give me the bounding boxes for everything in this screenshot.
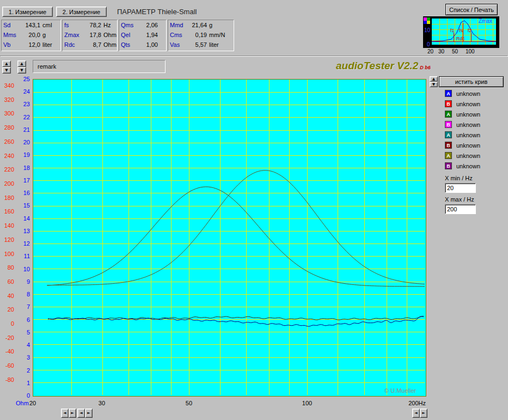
ohm-axis-tick: 20 — [16, 138, 30, 146]
parameter-name: Qts — [119, 41, 138, 48]
ohm-axis-tick: 10 — [16, 265, 30, 273]
parameter-unit: Ohm — [103, 32, 117, 38]
deg-axis-tick: -20 — [1, 334, 14, 342]
legend-label: unknown — [456, 101, 480, 107]
parameter-unit: Ohm — [103, 41, 117, 48]
legend-label: unknown — [456, 90, 480, 97]
spin-right-button[interactable]: ► — [420, 409, 427, 418]
remark-text: remark — [38, 63, 56, 70]
ohm-axis-tick: 3 — [16, 354, 30, 361]
parameter-row: Mms20,0g — [2, 30, 60, 40]
audiotester-window: 1. Измерение 2. Измерение ПАРАМЕТР Thiel… — [0, 0, 508, 420]
parameter-name: Cms — [168, 32, 187, 38]
curve-color-swatch: B — [445, 100, 452, 107]
ts-params-panel-resonance: fs78,2HzZmax17,8OhmRdc8,7Ohm — [62, 20, 118, 51]
measurement-2-button[interactable]: 2. Измерение — [56, 7, 107, 17]
parameter-value: 12,0 — [21, 41, 40, 48]
deg-axis-tick: 300 — [1, 109, 14, 117]
parameter-value: 1,00 — [138, 41, 158, 48]
parameter-name: Mms — [2, 32, 21, 38]
parameter-value: 21,64 — [187, 22, 207, 28]
chart-canvas — [33, 80, 425, 395]
deg-axis-tick: 60 — [1, 278, 14, 285]
xmax-input[interactable] — [445, 204, 476, 214]
logo-version-suffix: D b6 — [420, 65, 431, 70]
ohm-axis-tick: 24 — [16, 88, 30, 95]
parameter-name: Mmd — [168, 22, 187, 28]
legend-item[interactable]: Aunknown — [445, 130, 506, 139]
legend-item[interactable]: Bunknown — [445, 141, 506, 150]
spin-right-button[interactable]: ► — [85, 409, 93, 418]
ohm-axis-tick: 18 — [16, 164, 30, 172]
ts-mini-diagram: Zmax100f1fsf2Rdc203050100 — [423, 16, 499, 55]
up-arrow-icon: ▲ — [20, 62, 23, 66]
curve-color-swatch: B — [445, 121, 452, 128]
ts-params-panel-q-factors: Qms2,06Qel1,94Qts1,00 — [119, 20, 167, 51]
deg-axis-tick: 140 — [1, 222, 14, 229]
clear-curves-button[interactable]: истить крив — [439, 76, 504, 87]
parameter-name: Rdc — [63, 41, 82, 48]
parameter-value: 0,19 — [187, 32, 207, 38]
deg-axis-tick: -40 — [1, 348, 14, 355]
xmax-label: X max / Hz — [445, 196, 474, 203]
spin-left-button[interactable]: ◄ — [77, 409, 85, 418]
spin-up-button[interactable]: ▲ — [17, 60, 26, 67]
parameter-value: 20,0 — [21, 32, 40, 38]
list-print-button[interactable]: Список / Печать — [445, 4, 498, 15]
spin-left-button[interactable]: ◄ — [61, 409, 69, 418]
mini-x-tick: 50 — [452, 48, 458, 54]
legend-item[interactable]: Aunknown — [445, 151, 506, 160]
deg-axis-tick: -80 — [1, 376, 14, 384]
spin-down-button[interactable]: ▼ — [2, 67, 11, 74]
legend-item[interactable]: Bunknown — [445, 120, 506, 129]
deg-axis-tick: 120 — [1, 236, 14, 244]
up-arrow-icon: ▲ — [432, 77, 435, 81]
y-scale-spinner-right: ▲ ▼ — [17, 60, 26, 74]
legend-label: unknown — [456, 163, 480, 169]
mini-x-tick: 20 — [427, 48, 434, 54]
deg-axis-tick: 260 — [1, 138, 14, 145]
parameter-row: Qts1,00 — [119, 40, 166, 50]
freq-axis-tick: 100 — [302, 400, 312, 406]
ohm-unit-label: Ohm — [16, 400, 29, 406]
parameter-name: Sd — [2, 22, 21, 28]
spin-up-button[interactable]: ▲ — [2, 60, 11, 67]
ohm-axis-tick: 14 — [16, 215, 30, 222]
left-arrow-icon: ◄ — [79, 411, 82, 415]
curve-color-swatch: B — [445, 162, 452, 169]
legend-label: unknown — [456, 153, 480, 159]
legend-item[interactable]: Bunknown — [445, 161, 506, 171]
ohm-axis-tick: 12 — [16, 240, 30, 247]
xmin-input[interactable] — [445, 183, 476, 193]
parameter-name: Vas — [168, 41, 187, 48]
parameter-row: Zmax17,8Ohm — [63, 30, 117, 40]
parameter-row: Mmd21,64g — [168, 20, 234, 30]
parameter-unit: Hz — [103, 22, 111, 28]
legend-label: unknown — [456, 132, 480, 138]
legend-item[interactable]: Aunknown — [445, 89, 506, 98]
parameter-value: 1,94 — [138, 32, 158, 38]
parameter-row: Sd143,1cmI — [2, 20, 60, 30]
remark-field[interactable]: remark — [33, 60, 166, 73]
legend-label: unknown — [456, 111, 480, 118]
spin-right-button[interactable]: ► — [69, 409, 76, 418]
spin-down-button[interactable]: ▼ — [430, 82, 438, 87]
parameter-value: 8,7 — [82, 41, 101, 48]
parameter-value: 143,1 — [21, 22, 40, 28]
legend-item[interactable]: Bunknown — [445, 99, 506, 108]
parameter-name: Qms — [119, 22, 138, 28]
ohm-axis-tick: 13 — [16, 227, 30, 235]
spin-up-button[interactable]: ▲ — [430, 76, 438, 82]
ohm-axis-tick: 2 — [16, 367, 30, 374]
ohm-axis-tick: 9 — [16, 278, 30, 285]
mini-x-tick: 30 — [438, 48, 445, 54]
measurement-1-button[interactable]: 1. Измерение — [2, 7, 53, 17]
right-arrow-icon: ► — [71, 411, 74, 415]
up-arrow-icon: ▲ — [5, 62, 8, 66]
spin-left-button[interactable]: ◄ — [412, 409, 420, 418]
curve-color-swatch: A — [445, 90, 452, 97]
deg-axis-tick: 20 — [1, 306, 14, 313]
curve-legend: AunknownBunknownAunknownBunknownAunknown… — [445, 89, 506, 172]
spin-down-button[interactable]: ▼ — [17, 67, 26, 74]
legend-item[interactable]: Aunknown — [445, 109, 506, 119]
